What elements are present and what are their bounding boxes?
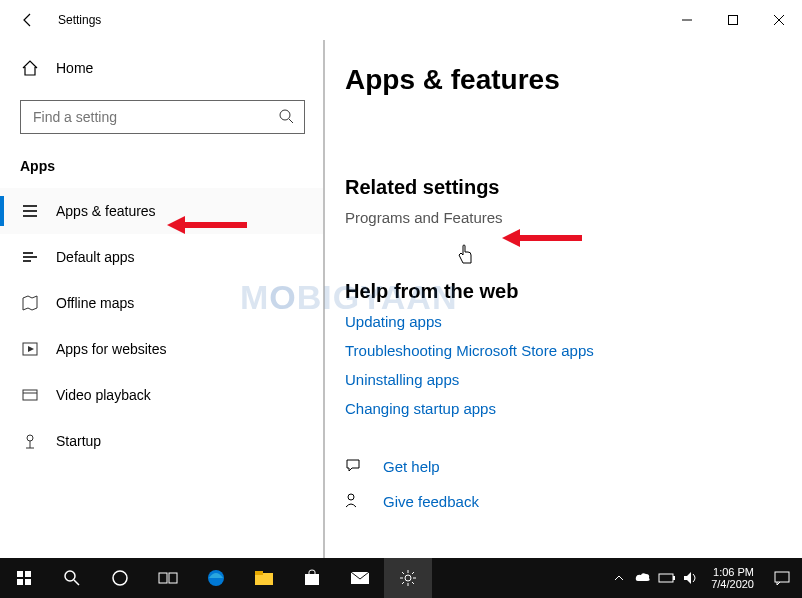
sidebar-item-label: Apps & features (56, 203, 156, 219)
video-playback-icon (20, 386, 40, 404)
taskbar-explorer[interactable] (240, 558, 288, 598)
svg-rect-34 (673, 576, 675, 580)
svg-point-2 (280, 110, 290, 120)
link-get-help[interactable]: Get help (345, 457, 772, 476)
svg-rect-8 (23, 256, 37, 258)
window-title: Settings (58, 13, 101, 27)
svg-rect-30 (305, 574, 319, 585)
help-heading: Help from the web (345, 280, 772, 303)
svg-point-17 (348, 494, 354, 500)
tray-battery-icon[interactable] (655, 558, 679, 598)
link-give-feedback[interactable]: Give feedback (345, 492, 772, 511)
startup-icon (20, 432, 40, 450)
sidebar-item-label: Default apps (56, 249, 135, 265)
apps-features-icon (20, 202, 40, 220)
svg-rect-33 (659, 574, 673, 582)
sidebar-item-apps-websites[interactable]: Apps for websites (0, 326, 325, 372)
clock-time: 1:06 PM (711, 566, 754, 578)
svg-point-32 (405, 575, 411, 581)
sidebar-item-label: Video playback (56, 387, 151, 403)
close-button[interactable] (756, 4, 802, 36)
search-input[interactable] (20, 100, 305, 134)
page-title: Apps & features (345, 64, 772, 96)
help-link-startup-apps[interactable]: Changing startup apps (345, 400, 772, 417)
svg-rect-6 (23, 215, 37, 217)
svg-line-23 (74, 580, 79, 585)
nav-list: Apps & features Default apps Offline map… (0, 188, 325, 464)
get-help-label: Get help (383, 458, 440, 475)
svg-rect-18 (17, 571, 23, 577)
svg-rect-29 (255, 571, 263, 575)
titlebar: Settings (0, 0, 802, 40)
sidebar-scrollbar[interactable] (323, 40, 325, 558)
search-icon (278, 108, 294, 127)
chat-icon (345, 457, 363, 476)
svg-point-22 (65, 571, 75, 581)
related-settings-heading: Related settings (345, 176, 772, 199)
svg-line-3 (289, 119, 293, 123)
svg-rect-26 (169, 573, 177, 583)
svg-rect-4 (23, 205, 37, 207)
taskbar: 1:06 PM 7/4/2020 (0, 558, 802, 598)
svg-rect-1 (729, 16, 738, 25)
svg-rect-7 (23, 252, 33, 254)
taskbar-mail[interactable] (336, 558, 384, 598)
sidebar-item-label: Startup (56, 433, 101, 449)
tray-action-center-icon[interactable] (762, 558, 802, 598)
sidebar-item-label: Apps for websites (56, 341, 167, 357)
svg-rect-25 (159, 573, 167, 583)
sidebar-category: Apps (20, 158, 325, 174)
back-button[interactable] (12, 4, 44, 36)
sidebar: Home Apps Apps & features (0, 40, 325, 558)
search-field[interactable] (31, 108, 241, 126)
taskbar-search[interactable] (48, 558, 96, 598)
sidebar-home-label: Home (56, 60, 93, 76)
maximize-button[interactable] (710, 4, 756, 36)
taskbar-settings[interactable] (384, 558, 432, 598)
taskbar-clock[interactable]: 1:06 PM 7/4/2020 (703, 566, 762, 590)
link-programs-and-features[interactable]: Programs and Features (345, 209, 503, 226)
taskbar-store[interactable] (288, 558, 336, 598)
svg-rect-19 (25, 571, 31, 577)
svg-rect-35 (775, 572, 789, 582)
svg-rect-9 (23, 260, 31, 262)
help-link-troubleshooting[interactable]: Troubleshooting Microsoft Store apps (345, 342, 772, 359)
default-apps-icon (20, 248, 40, 266)
svg-rect-5 (23, 210, 37, 212)
tray-onedrive-icon[interactable] (631, 558, 655, 598)
svg-marker-11 (28, 346, 34, 352)
svg-rect-12 (23, 390, 37, 400)
taskbar-taskview[interactable] (144, 558, 192, 598)
sidebar-item-apps-features[interactable]: Apps & features (0, 188, 325, 234)
feedback-icon (345, 492, 363, 511)
content-pane: Apps & features Related settings Program… (325, 40, 802, 558)
offline-maps-icon (20, 294, 40, 312)
sidebar-item-startup[interactable]: Startup (0, 418, 325, 464)
start-button[interactable] (0, 558, 48, 598)
minimize-button[interactable] (664, 4, 710, 36)
help-link-uninstalling[interactable]: Uninstalling apps (345, 371, 772, 388)
svg-point-14 (27, 435, 33, 441)
sidebar-item-default-apps[interactable]: Default apps (0, 234, 325, 280)
tray-volume-icon[interactable] (679, 558, 703, 598)
apps-websites-icon (20, 340, 40, 358)
home-icon (20, 59, 40, 77)
help-link-updating-apps[interactable]: Updating apps (345, 313, 772, 330)
taskbar-cortana[interactable] (96, 558, 144, 598)
taskbar-edge[interactable] (192, 558, 240, 598)
tray-chevron-icon[interactable] (607, 558, 631, 598)
give-feedback-label: Give feedback (383, 493, 479, 510)
sidebar-item-video-playback[interactable]: Video playback (0, 372, 325, 418)
sidebar-item-offline-maps[interactable]: Offline maps (0, 280, 325, 326)
svg-point-24 (113, 571, 127, 585)
svg-rect-20 (17, 579, 23, 585)
sidebar-item-label: Offline maps (56, 295, 134, 311)
svg-rect-21 (25, 579, 31, 585)
clock-date: 7/4/2020 (711, 578, 754, 590)
sidebar-home[interactable]: Home (0, 48, 325, 88)
